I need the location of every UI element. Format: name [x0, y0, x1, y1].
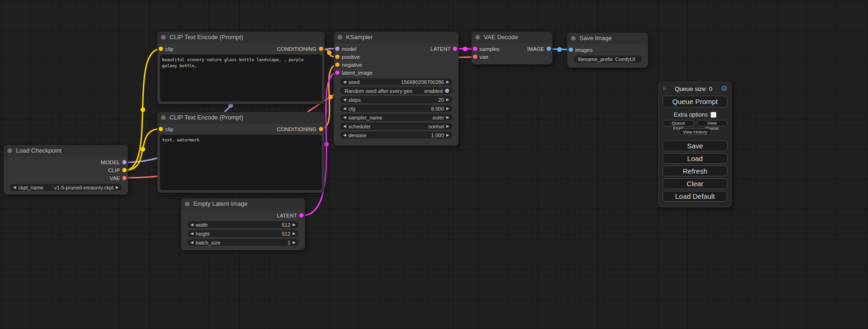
refresh-button[interactable]: Refresh — [663, 166, 727, 176]
input-slot-latent-image[interactable] — [335, 70, 339, 75]
denoise-widget[interactable]: ◀ denoise 1.000 ▶ — [340, 132, 452, 139]
decrement-arrow-icon[interactable]: ◀ — [343, 133, 346, 137]
batch-size-widget[interactable]: ◀ batch_size 1 ▶ — [187, 239, 299, 246]
output-slot-vae[interactable] — [122, 176, 127, 180]
clear-button[interactable]: Clear — [663, 178, 727, 189]
input-slot-clip[interactable] — [159, 127, 163, 131]
collapse-dot-icon[interactable] — [161, 35, 166, 40]
load-default-button[interactable]: Load Default — [663, 191, 727, 202]
wire-midpoint-dot — [328, 95, 333, 99]
widget-value: 8.000 — [358, 106, 444, 112]
node-empty-latent-image[interactable]: Empty Latent Image LATENT ◀ width 512 ▶ … — [181, 198, 305, 250]
output-slot-conditioning[interactable] — [319, 127, 323, 131]
output-slot-latent[interactable] — [299, 213, 303, 217]
decrement-arrow-icon[interactable]: ◀ — [343, 125, 346, 128]
settings-gear-icon[interactable]: ⚙ — [721, 85, 727, 92]
decrement-arrow-icon[interactable]: ◀ — [343, 80, 346, 84]
view-queue-button[interactable]: View Queue — [697, 120, 727, 126]
widget-name: width — [196, 222, 208, 228]
decrement-arrow-icon[interactable]: ◀ — [343, 116, 346, 119]
randomize-toggle-icon[interactable] — [445, 89, 449, 93]
decrement-arrow-icon[interactable]: ◀ — [191, 223, 193, 227]
input-label-latent-image: latent_image — [342, 70, 373, 76]
control-after-generate-widget[interactable]: Random seed after every gen enabled — [340, 87, 452, 94]
collapse-dot-icon[interactable] — [7, 148, 12, 153]
ckpt-name-widget[interactable]: ◀ ckpt_name v1-5-pruned-emaonly.ckpt ▶ — [10, 184, 122, 191]
node-save-image[interactable]: Save Image images filename_prefix ComfyU… — [567, 33, 648, 68]
node-load-checkpoint[interactable]: Load Checkpoint MODEL CLIP VAE ◀ ckpt_na… — [4, 145, 128, 195]
node-ksampler[interactable]: KSampler model LATENT positive negative … — [334, 32, 459, 146]
height-widget[interactable]: ◀ height 512 ▶ — [187, 230, 299, 237]
input-slot-vae[interactable] — [473, 55, 477, 59]
node-title-bar[interactable]: Save Image — [567, 33, 648, 44]
output-label-image: IMAGE — [527, 46, 544, 52]
node-title-bar[interactable]: KSampler — [334, 32, 459, 43]
increment-arrow-icon[interactable]: ▶ — [446, 80, 449, 84]
drag-handle-icon[interactable]: ⠿ — [663, 86, 666, 92]
input-slot-clip[interactable] — [159, 47, 163, 51]
output-slot-model[interactable] — [122, 160, 127, 164]
increment-arrow-icon[interactable]: ▶ — [446, 133, 449, 137]
load-button[interactable]: Load — [663, 153, 727, 164]
input-slot-images[interactable] — [569, 48, 573, 52]
width-widget[interactable]: ◀ width 512 ▶ — [187, 221, 299, 228]
node-vae-decode[interactable]: VAE Decode samples IMAGE vae — [472, 32, 552, 64]
decrement-arrow-icon[interactable]: ◀ — [191, 232, 193, 236]
cfg-widget[interactable]: ◀ cfg 8.000 ▶ — [340, 105, 452, 112]
collapse-dot-icon[interactable] — [475, 35, 480, 40]
wire-midpoint-dot — [141, 107, 145, 112]
collapse-dot-icon[interactable] — [185, 202, 190, 206]
node-title-bar[interactable]: CLIP Text Encode (Prompt) — [157, 112, 325, 123]
widget-name: scheduler — [348, 124, 371, 129]
widget-name: batch_size — [196, 240, 220, 245]
collapse-dot-icon[interactable] — [161, 115, 166, 120]
view-history-button[interactable]: View History — [678, 128, 712, 135]
seed-widget[interactable]: ◀ seed 156680208700286 ▶ — [340, 78, 452, 85]
decrement-arrow-icon[interactable]: ◀ — [343, 107, 346, 111]
increment-arrow-icon[interactable]: ▶ — [116, 186, 119, 189]
widget-value: 512 — [212, 231, 290, 237]
queue-front-button[interactable]: Queue Front — [663, 120, 694, 126]
queue-prompt-button[interactable]: Queue Prompt — [663, 96, 727, 107]
scheduler-widget[interactable]: ◀ scheduler normal ▶ — [340, 123, 452, 130]
sampler-name-widget[interactable]: ◀ sampler_name euler ▶ — [340, 114, 452, 121]
extra-options-checkbox[interactable] — [711, 112, 716, 118]
output-slot-image[interactable] — [547, 47, 551, 51]
output-slot-latent[interactable] — [453, 47, 457, 51]
node-clip-text-encode-positive[interactable]: CLIP Text Encode (Prompt) clip CONDITION… — [157, 32, 325, 104]
increment-arrow-icon[interactable]: ▶ — [293, 232, 296, 236]
increment-arrow-icon[interactable]: ▶ — [446, 125, 449, 128]
input-slot-samples[interactable] — [473, 47, 477, 51]
widget-value: ComfyUI — [615, 56, 642, 62]
increment-arrow-icon[interactable]: ▶ — [446, 98, 449, 102]
increment-arrow-icon[interactable]: ▶ — [293, 241, 296, 245]
filename-prefix-widget[interactable]: filename_prefix ComfyUI — [573, 56, 642, 63]
output-slot-clip[interactable] — [122, 168, 127, 172]
node-clip-text-encode-negative[interactable]: CLIP Text Encode (Prompt) clip CONDITION… — [157, 112, 325, 193]
prompt-text-area[interactable]: beautiful scenery nature glass bottle la… — [160, 55, 322, 101]
decrement-arrow-icon[interactable]: ◀ — [191, 241, 193, 245]
increment-arrow-icon[interactable]: ▶ — [293, 223, 296, 227]
steps-widget[interactable]: ◀ steps 20 ▶ — [340, 96, 452, 103]
node-graph-canvas[interactable]: Load Checkpoint MODEL CLIP VAE ◀ ckpt_na… — [0, 0, 868, 329]
node-title-bar[interactable]: Empty Latent Image — [181, 198, 305, 210]
input-slot-positive[interactable] — [335, 55, 339, 59]
increment-arrow-icon[interactable]: ▶ — [446, 107, 449, 111]
collapse-dot-icon[interactable] — [571, 36, 576, 41]
node-title-bar[interactable]: VAE Decode — [472, 32, 552, 43]
decrement-arrow-icon[interactable]: ◀ — [13, 186, 16, 189]
output-slot-conditioning[interactable] — [319, 47, 323, 51]
negative-prompt-text-area[interactable]: text, watermark — [160, 135, 322, 190]
input-slot-negative[interactable] — [335, 63, 339, 67]
save-button[interactable]: Save — [663, 140, 727, 151]
node-title-bar[interactable]: CLIP Text Encode (Prompt) — [157, 32, 325, 43]
input-slot-model[interactable] — [335, 47, 339, 51]
slot-row: clip CONDITIONING — [157, 125, 325, 133]
input-label-samples: samples — [480, 46, 500, 52]
node-title-bar[interactable]: Load Checkpoint — [4, 145, 128, 156]
output-label-vae: VAE — [110, 175, 120, 181]
decrement-arrow-icon[interactable]: ◀ — [343, 98, 346, 102]
slot-row: latent_image — [334, 69, 459, 77]
increment-arrow-icon[interactable]: ▶ — [446, 116, 449, 119]
collapse-dot-icon[interactable] — [338, 35, 342, 40]
